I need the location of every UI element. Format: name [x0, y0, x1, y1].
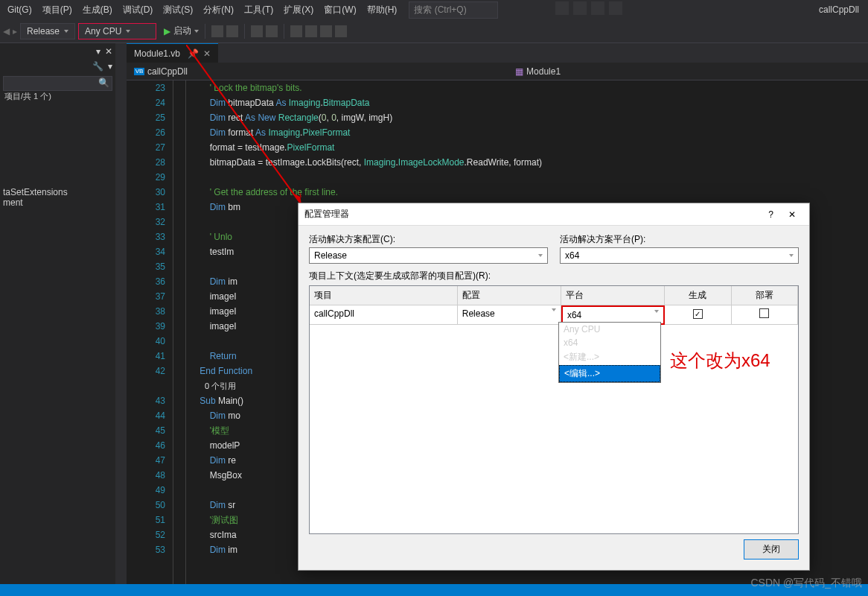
vb-icon: VB — [134, 68, 144, 75]
toolbar-icon[interactable] — [211, 25, 223, 37]
toolbar-icon[interactable] — [266, 25, 278, 37]
option-x64[interactable]: x64 — [559, 336, 660, 349]
menu-analyze[interactable]: 分析(N) — [199, 1, 238, 19]
window-icon[interactable] — [591, 1, 604, 15]
start-button[interactable]: 启动 — [173, 25, 191, 37]
sidebar-item[interactable]: ment — [3, 197, 112, 208]
cell-config[interactable]: Release — [458, 305, 561, 325]
sidebar: ▾ ✕ 🔧 ▾ 🔍 项目/共 1 个) taSetExtensions ment — [0, 43, 115, 596]
menu-git[interactable]: Git(G) — [3, 2, 36, 17]
toolbar-icon[interactable] — [305, 25, 317, 37]
toolbar-icon[interactable] — [226, 25, 238, 37]
config-manager-dialog: 配置管理器 ? ✕ 活动解决方案配置(C): Release 活动解决方案平台(… — [298, 203, 810, 571]
caret-icon[interactable]: ▾ — [108, 61, 112, 72]
pin-icon[interactable]: 📌 — [188, 48, 199, 59]
close-icon[interactable]: ✕ — [781, 206, 803, 223]
col-deploy[interactable]: 部署 — [732, 286, 798, 305]
checkbox-icon[interactable] — [759, 308, 769, 318]
tool-icon[interactable]: 🔧 — [92, 61, 103, 72]
window-icon[interactable] — [555, 1, 569, 15]
separator — [205, 24, 205, 39]
nav-fwd-icon[interactable]: ▸ — [13, 26, 17, 37]
toolbar-icon[interactable] — [320, 25, 332, 37]
close-icon[interactable]: ✕ — [203, 48, 211, 59]
solution-name: callCppDll — [813, 3, 865, 16]
toolbar-icon[interactable] — [335, 25, 347, 37]
sidebar-icon[interactable]: ▾ — [96, 46, 100, 57]
title-icons — [555, 1, 622, 15]
config-select[interactable]: Release — [309, 247, 548, 264]
menu-help[interactable]: 帮助(H) — [363, 1, 402, 19]
menu-test[interactable]: 测试(S) — [159, 1, 197, 19]
play-icon[interactable]: ▶ — [164, 26, 170, 37]
menu-debug[interactable]: 调试(D) — [118, 1, 158, 19]
toolbar-icon[interactable] — [290, 25, 302, 37]
grid-row: callCppDll Release x64 ✓ — [310, 305, 798, 325]
help-icon[interactable]: ? — [761, 206, 781, 223]
platform-label: 活动解决方案平台(P): — [560, 233, 799, 246]
separator — [244, 24, 245, 39]
sidebar-search[interactable] — [3, 76, 112, 91]
window-icon[interactable] — [609, 1, 622, 15]
platform-dropdown-open: Any CPU x64 <新建...> <编辑...> — [558, 322, 661, 383]
fold-bar[interactable] — [173, 80, 186, 584]
sidebar-item[interactable]: taSetExtensions — [3, 187, 112, 197]
cell-deploy[interactable] — [732, 305, 798, 325]
option-new[interactable]: <新建...> — [559, 349, 660, 365]
caret-icon — [194, 30, 199, 33]
dialog-titlebar: 配置管理器 ? ✕ — [299, 203, 809, 226]
option-anycpu[interactable]: Any CPU — [559, 323, 660, 336]
menu-window[interactable]: 窗口(W) — [319, 1, 360, 19]
platform-select[interactable]: x64 — [560, 247, 799, 264]
menu-build[interactable]: 生成(B) — [78, 1, 117, 19]
platform-dropdown[interactable]: Any CPU — [78, 23, 156, 39]
watermark: CSDN @写代码_不错哦 — [750, 577, 862, 590]
tab-label: Module1.vb — [134, 48, 180, 59]
window-icon[interactable] — [573, 1, 587, 15]
menu-project[interactable]: 项目(P) — [38, 1, 77, 19]
close-button[interactable]: 关闭 — [744, 539, 799, 559]
breadcrumb-project[interactable]: VB callCppDll — [127, 65, 195, 78]
search-input[interactable]: 搜索 (Ctrl+Q) — [409, 1, 498, 19]
option-edit[interactable]: <编辑...> — [559, 365, 660, 382]
caret-icon — [64, 30, 68, 33]
caret-icon — [126, 30, 130, 33]
close-icon[interactable]: ✕ — [105, 46, 112, 57]
checkbox-icon[interactable]: ✓ — [693, 309, 703, 319]
config-label: 活动解决方案配置(C): — [309, 233, 548, 246]
col-project[interactable]: 项目 — [310, 286, 458, 305]
col-config[interactable]: 配置 — [458, 286, 561, 305]
project-grid: 项目 配置 平台 生成 部署 callCppDll Release x64 ✓ — [309, 285, 799, 534]
module-icon: ▦ — [515, 66, 523, 77]
tab-bar: Module1.vb 📌 ✕ — [127, 43, 868, 63]
cell-project: callCppDll — [310, 305, 458, 325]
toolbar-icon[interactable] — [251, 25, 263, 37]
context-label: 项目上下文(选定要生成或部署的项目配置)(R): — [309, 270, 799, 282]
menu-bar: Git(G) 项目(P) 生成(B) 调试(D) 测试(S) 分析(N) 工具(… — [0, 0, 868, 19]
line-gutter: 2324252627282930313233343536373839404142… — [127, 80, 171, 557]
col-platform[interactable]: 平台 — [561, 286, 665, 305]
menu-extensions[interactable]: 扩展(X) — [279, 1, 318, 19]
dialog-title: 配置管理器 — [304, 208, 761, 221]
nav-back-icon[interactable]: ◀ — [3, 26, 10, 37]
breadcrumb-module[interactable]: ▦ Module1 — [508, 65, 568, 78]
toolbar: ◀ ▸ Release Any CPU ▶ 启动 — [0, 19, 868, 43]
file-tab[interactable]: Module1.vb 📌 ✕ — [127, 43, 218, 63]
breadcrumb-bar: VB callCppDll ▦ Module1 — [127, 63, 868, 80]
annotation-text: 这个改为x64 — [670, 349, 770, 372]
separator — [284, 24, 284, 39]
cell-build[interactable]: ✓ — [665, 305, 731, 325]
status-bar — [0, 584, 868, 596]
menu-tools[interactable]: 工具(T) — [240, 1, 278, 19]
col-build[interactable]: 生成 — [665, 286, 731, 305]
config-dropdown[interactable]: Release — [20, 23, 75, 39]
